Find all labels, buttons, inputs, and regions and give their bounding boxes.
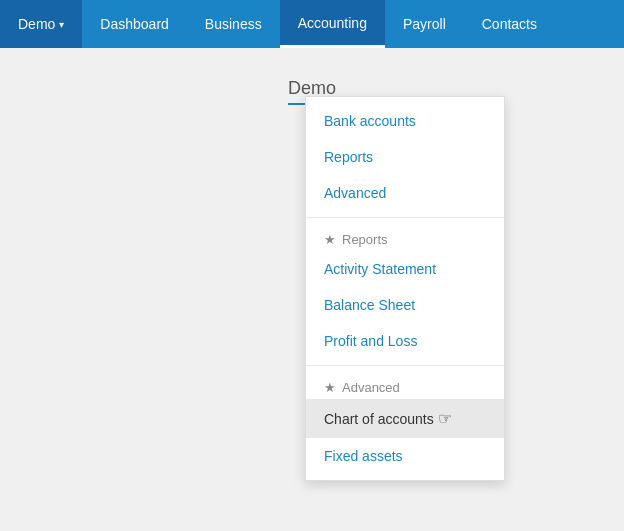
page-content: Demo Bank accountsReportsAdvanced★Report… [0, 48, 624, 531]
nav-item-demo[interactable]: Demo▾ [0, 0, 82, 48]
navbar: Demo▾DashboardBusinessAccountingPayrollC… [0, 0, 624, 48]
nav-label-demo: Demo [18, 16, 55, 32]
dropdown-item-profit-and-loss[interactable]: Profit and Loss [306, 323, 504, 359]
dropdown-item-label: Fixed assets [324, 448, 403, 464]
section-header-label: Advanced [342, 380, 400, 395]
cursor-icon: ☞ [438, 409, 452, 428]
dropdown-item-activity-statement[interactable]: Activity Statement [306, 251, 504, 287]
nav-label-business: Business [205, 16, 262, 32]
dropdown-item-fixed-assets[interactable]: Fixed assets [306, 438, 504, 474]
dropdown-item-advanced-main[interactable]: Advanced [306, 175, 504, 211]
dropdown-item-label: Profit and Loss [324, 333, 417, 349]
dropdown-section-advanced-section: ★AdvancedChart of accounts☞Fixed assets [306, 366, 504, 480]
nav-label-dashboard: Dashboard [100, 16, 169, 32]
star-icon: ★ [324, 232, 336, 247]
nav-item-payroll[interactable]: Payroll [385, 0, 464, 48]
dropdown-item-bank-accounts[interactable]: Bank accounts [306, 103, 504, 139]
nav-item-accounting[interactable]: Accounting [280, 0, 385, 48]
nav-item-business[interactable]: Business [187, 0, 280, 48]
section-header-advanced-section: ★Advanced [306, 372, 504, 399]
dropdown-item-reports-main[interactable]: Reports [306, 139, 504, 175]
section-header-label: Reports [342, 232, 388, 247]
dropdown-section-main: Bank accountsReportsAdvanced [306, 97, 504, 218]
dropdown-item-chart-of-accounts[interactable]: Chart of accounts☞ [306, 399, 504, 438]
dropdown-item-label: Balance Sheet [324, 297, 415, 313]
nav-item-dashboard[interactable]: Dashboard [82, 0, 187, 48]
dropdown-item-label: Activity Statement [324, 261, 436, 277]
dropdown-item-label: Chart of accounts [324, 411, 434, 427]
nav-item-contacts[interactable]: Contacts [464, 0, 555, 48]
nav-label-contacts: Contacts [482, 16, 537, 32]
chevron-down-icon: ▾ [59, 19, 64, 30]
dropdown-item-balance-sheet[interactable]: Balance Sheet [306, 287, 504, 323]
nav-label-payroll: Payroll [403, 16, 446, 32]
star-icon: ★ [324, 380, 336, 395]
dropdown-section-reports-section: ★ReportsActivity StatementBalance SheetP… [306, 218, 504, 366]
accounting-dropdown: Bank accountsReportsAdvanced★ReportsActi… [305, 96, 505, 481]
section-header-reports-section: ★Reports [306, 224, 504, 251]
nav-label-accounting: Accounting [298, 15, 367, 31]
dropdown-item-label: Reports [324, 149, 373, 165]
dropdown-item-label: Advanced [324, 185, 386, 201]
dropdown-item-label: Bank accounts [324, 113, 416, 129]
